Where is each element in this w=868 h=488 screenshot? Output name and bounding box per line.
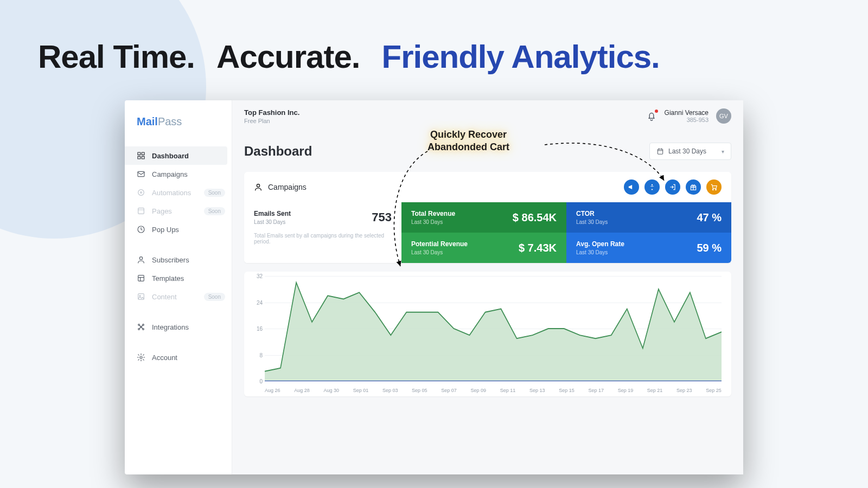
svg-point-12 xyxy=(139,296,141,297)
stat-emails-sent: Emails Sent Last 30 Days 753 xyxy=(244,202,401,233)
svg-rect-3 xyxy=(142,156,144,159)
stat-value: $ 7.43K xyxy=(519,242,557,254)
stat-sub: Last 30 Days xyxy=(254,219,392,225)
campaign-type-gift[interactable] xyxy=(686,179,701,195)
chart-x-tick: Sep 23 xyxy=(676,388,692,393)
campaign-type-person[interactable] xyxy=(644,179,660,195)
stat-potential-revenue: Potential Revenue Last 30 Days $ 7.43K xyxy=(401,233,566,263)
chart-y-tick: 8 xyxy=(259,352,263,358)
sidebar-item-automations: Automations Soon xyxy=(125,183,232,202)
svg-point-20 xyxy=(257,184,259,187)
sidebar-item-campaigns[interactable]: Campaigns xyxy=(125,165,232,183)
accessibility-icon xyxy=(648,183,656,191)
page-icon xyxy=(137,207,145,215)
company-block: Top Fashion Inc. Free Plan xyxy=(244,108,299,124)
sidebar-item-label: Automations xyxy=(152,189,191,197)
main-area: Top Fashion Inc. Free Plan Gianni Versac… xyxy=(232,100,743,474)
user-block[interactable]: Gianni Versace 385-953 xyxy=(665,109,709,123)
nav-group-main: Dashboard Campaigns Automations Soon Pag… xyxy=(125,144,232,248)
sidebar-item-label: Pop Ups xyxy=(152,226,179,234)
svg-rect-7 xyxy=(138,208,144,214)
soon-badge: Soon xyxy=(204,189,225,197)
notifications-button[interactable] xyxy=(646,111,657,121)
hero-word-3: Friendly Analytics. xyxy=(382,38,660,75)
svg-point-18 xyxy=(140,356,142,358)
sidebar-item-label: Pages xyxy=(152,207,172,215)
sidebar-item-pages: Pages Soon xyxy=(125,202,232,220)
content-area: Dashboard Last 30 Days ▾ Campaigns xyxy=(232,132,743,474)
user-id: 385-953 xyxy=(665,117,709,123)
gift-icon xyxy=(690,183,697,191)
sidebar-item-subscribers[interactable]: Subscribers xyxy=(125,251,232,269)
gear-icon xyxy=(137,353,145,362)
svg-rect-19 xyxy=(658,149,662,154)
chart-x-tick: Sep 09 xyxy=(471,388,487,393)
cart-icon xyxy=(710,183,718,191)
svg-rect-2 xyxy=(138,156,141,159)
sidebar-item-popups[interactable]: Pop Ups xyxy=(125,220,232,239)
stat-footnote-cell: Total Emails sent by all campaigns durin… xyxy=(244,233,401,263)
company-name: Top Fashion Inc. xyxy=(244,108,299,117)
svg-point-21 xyxy=(652,184,653,185)
campaigns-card: Campaigns Emails Sent Last 30 Days 753 xyxy=(244,172,731,263)
stat-value: $ 86.54K xyxy=(513,211,557,224)
sidebar-item-label: Subscribers xyxy=(152,256,189,264)
date-range-picker[interactable]: Last 30 Days ▾ xyxy=(649,143,731,160)
stat-value: 47 % xyxy=(697,211,722,224)
sidebar-item-content: Content Soon xyxy=(125,287,232,306)
svg-point-6 xyxy=(141,192,142,194)
sidebar-item-templates[interactable]: Templates xyxy=(125,269,232,287)
chart-x-tick: Aug 28 xyxy=(294,388,310,393)
sidebar-item-label: Content xyxy=(152,293,177,301)
chart-x-tick: Aug 30 xyxy=(323,388,339,393)
brand-part1: Mail xyxy=(137,115,158,127)
stat-label: Emails Sent xyxy=(254,210,392,217)
chart-x-tick: Sep 03 xyxy=(382,388,398,393)
sidebar-item-integrations[interactable]: Integrations xyxy=(125,318,232,336)
svg-point-23 xyxy=(712,189,713,190)
plan-label: Free Plan xyxy=(244,118,299,124)
bell-icon xyxy=(646,111,657,121)
chart-x-tick: Sep 19 xyxy=(618,388,634,393)
hero-word-1: Real Time. xyxy=(38,38,195,75)
svg-rect-11 xyxy=(138,294,144,300)
template-icon xyxy=(137,274,145,282)
nav-group-data: Subscribers Templates Content Soon xyxy=(125,248,232,316)
integrations-icon xyxy=(137,323,145,331)
hero-headline: Real Time. Accurate. Friendly Analytics. xyxy=(38,38,830,75)
sidebar-item-label: Campaigns xyxy=(152,170,188,178)
svg-point-5 xyxy=(138,190,144,196)
svg-rect-0 xyxy=(138,152,141,155)
exit-icon xyxy=(669,183,676,191)
chart-y-tick: 0 xyxy=(259,378,263,384)
stat-footnote: Total Emails sent by all campaigns durin… xyxy=(254,233,392,245)
sidebar-item-dashboard[interactable]: Dashboard xyxy=(125,146,227,165)
image-icon xyxy=(137,292,145,301)
date-range-label: Last 30 Days xyxy=(668,147,706,155)
chart-y-tick: 24 xyxy=(257,299,263,305)
calendar-icon xyxy=(656,147,664,155)
sidebar-item-label: Templates xyxy=(152,274,184,282)
chevron-down-icon: ▾ xyxy=(722,149,724,155)
campaign-type-cart[interactable] xyxy=(706,179,722,195)
brand-logo[interactable]: MailPass xyxy=(125,111,232,144)
chart-x-tick: Sep 07 xyxy=(441,388,457,393)
campaign-type-megaphone[interactable] xyxy=(624,179,639,195)
stat-total-revenue: Total Revenue Last 30 Days $ 86.54K xyxy=(401,202,566,233)
sidebar-item-label: Integrations xyxy=(152,323,189,331)
chart-y-axis: 08162432 xyxy=(247,276,263,381)
chart-card: 08162432 Aug 26Aug 28Aug 30Sep 01Sep 03S… xyxy=(244,272,731,396)
avatar[interactable]: GV xyxy=(716,108,731,124)
svg-point-9 xyxy=(139,257,142,260)
sidebar-item-label: Dashboard xyxy=(152,152,189,160)
chart-x-tick: Sep 15 xyxy=(559,388,575,393)
chart-x-tick: Aug 26 xyxy=(265,388,280,393)
svg-rect-10 xyxy=(138,275,144,281)
page-title: Dashboard xyxy=(244,144,649,159)
sidebar-item-account[interactable]: Account xyxy=(125,348,232,367)
stat-value: 753 xyxy=(372,210,392,224)
nav-group-integrations: Integrations xyxy=(125,316,232,346)
app-window: MailPass Dashboard Campaigns Automations… xyxy=(125,100,743,474)
card-title: Campaigns xyxy=(268,183,307,191)
campaign-type-login[interactable] xyxy=(665,179,680,195)
